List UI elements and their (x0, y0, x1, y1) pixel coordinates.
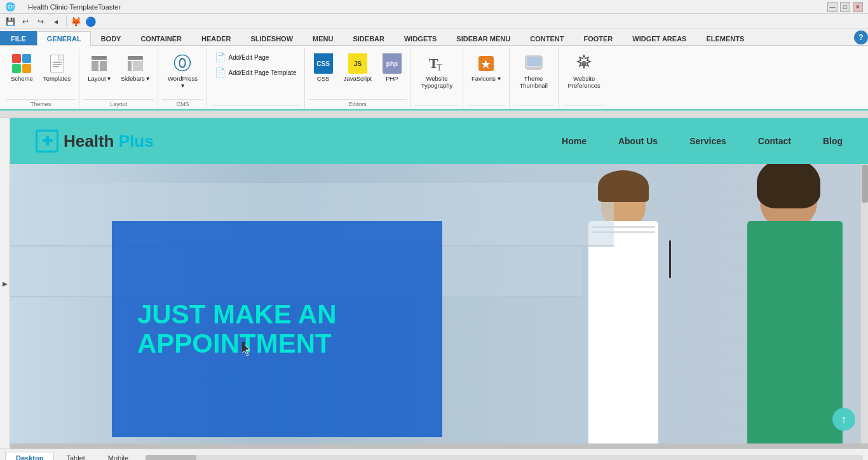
svg-text:★: ★ (481, 59, 491, 70)
sidebars-label: Sidebars ▾ (121, 75, 149, 82)
wordpress-label: WordPress ▾ (166, 75, 198, 90)
tab-mobile[interactable]: Mobile (97, 452, 139, 460)
nav-home[interactable]: Home (562, 136, 587, 146)
maximize-btn[interactable]: □ (840, 2, 850, 12)
hero-line2: APPOINTMENT (137, 328, 332, 358)
scrollbar-thumb[interactable] (862, 165, 868, 203)
scheme-button[interactable]: Scheme (6, 51, 37, 85)
tab-desktop[interactable]: Desktop (5, 452, 54, 461)
website-typography-button[interactable]: T T Website Typography (415, 51, 459, 92)
favicons-label: Favicons ▾ (471, 75, 501, 82)
app-title: Health Clinic-TemplateToaster (28, 3, 121, 11)
css-button[interactable]: CSS CSS (309, 51, 338, 85)
pages-items: 📄 Add/Edit Page 📄 Add/Edit Page Template (211, 48, 300, 104)
tab-footer[interactable]: FOOTER (574, 31, 622, 45)
favicons-button[interactable]: ★ Favicons ▾ (467, 51, 505, 85)
layout-items: Layout ▾ Sidebars ▾ (83, 48, 154, 98)
scroll-top-btn[interactable]: ↑ (832, 408, 855, 431)
tab-menu[interactable]: MENU (303, 31, 342, 45)
minimize-btn[interactable]: — (827, 2, 837, 12)
ribbon-group-themes: Scheme (4, 48, 79, 109)
nav-links: Home About Us Services Contact Blog (562, 136, 843, 146)
left-panel-toggle[interactable]: ▶ (0, 118, 10, 449)
preview-scrollbar[interactable] (860, 164, 868, 443)
back-btn[interactable]: ◂ (50, 15, 62, 28)
browser-icon[interactable]: 🦊 (71, 17, 81, 27)
redo-btn[interactable]: ↪ (34, 15, 47, 28)
doctor-hair (598, 170, 649, 202)
addedit-template-button[interactable]: 📄 Add/Edit Page Template (211, 66, 300, 79)
save-btn[interactable]: 💾 (4, 15, 17, 28)
tab-elements[interactable]: ELEMENTS (696, 31, 754, 45)
addedit-template-icon: 📄 (215, 67, 226, 78)
typography-label: Website Typography (419, 75, 454, 90)
tab-widget-areas[interactable]: WIDGET AREAS (623, 31, 696, 45)
tab-content[interactable]: CONTENT (520, 31, 573, 45)
svg-rect-1 (92, 61, 98, 71)
tab-slideshow[interactable]: SLIDESHOW (241, 31, 302, 45)
addedit-page-button[interactable]: 📄 Add/Edit Page (211, 51, 273, 64)
tab-container[interactable]: CONTAINER (131, 31, 191, 45)
tab-sidebar-menu[interactable]: SIDEBAR MENU (447, 31, 520, 45)
tab-body[interactable]: BODY (92, 31, 131, 45)
svg-rect-11 (527, 57, 541, 66)
logo-plus: Plus (114, 132, 153, 151)
svg-rect-5 (133, 61, 143, 71)
tab-header[interactable]: HEADER (192, 31, 240, 45)
theme-thumbnail-button[interactable]: Theme Thumbnail (513, 51, 554, 92)
undo-btn[interactable]: ↩ (19, 15, 32, 28)
tab-general[interactable]: GENERAL (37, 31, 91, 46)
patient-hair (757, 164, 820, 208)
top-scroll-bar (0, 111, 868, 118)
ribbon-group-favicons: ★ Favicons ▾ (465, 48, 510, 109)
layout-button[interactable]: Layout ▾ (83, 51, 115, 85)
addedit-template-label: Add/Edit Page Template (228, 69, 296, 76)
scheme-label: Scheme (11, 75, 33, 82)
close-btn[interactable]: ✕ (853, 2, 863, 12)
thumbnail-icon (524, 53, 544, 74)
layout-label: Layout ▾ (88, 75, 111, 82)
ribbon: FILE GENERAL BODY CONTAINER HEADER SLIDE… (0, 29, 868, 111)
favicons-icon: ★ (476, 53, 496, 74)
svg-rect-12 (527, 67, 541, 70)
bottom-scroll-thumb[interactable] (146, 455, 196, 461)
ribbon-group-cms: ⓪ WordPress ▾ CMS (159, 48, 207, 109)
templates-label: Templates (43, 75, 71, 82)
addedit-page-label: Add/Edit Page (228, 54, 269, 61)
help-btn[interactable]: ? (854, 30, 868, 44)
stethoscope (669, 240, 671, 278)
top-scroll-track[interactable] (0, 111, 868, 118)
wordpress-button[interactable]: ⓪ WordPress ▾ (162, 51, 203, 92)
preferences-label: Website Preferences (567, 75, 602, 90)
site-logo: ✚ Health Plus (36, 130, 154, 152)
nav-services[interactable]: Services (689, 136, 726, 146)
ribbon-group-editors: CSS CSS JS JavaScript php PHP (306, 48, 411, 109)
nav-blog[interactable]: Blog (823, 136, 843, 146)
nav-about[interactable]: About Us (618, 136, 658, 146)
tab-sidebar[interactable]: SIDEBAR (343, 31, 394, 45)
title-bar: 🌐 Health Clinic-TemplateToaster — □ ✕ (0, 0, 868, 14)
editors-items: CSS CSS JS JavaScript php PHP (309, 48, 407, 98)
cms-items: ⓪ WordPress ▾ (162, 48, 203, 98)
javascript-icon: JS (348, 53, 368, 74)
php-button[interactable]: php PHP (377, 51, 407, 85)
tab-widgets[interactable]: WIDGETS (395, 31, 446, 45)
wp-icon[interactable]: 🔵 (85, 17, 96, 27)
themes-group-label: Themes (6, 99, 75, 109)
templates-button[interactable]: Templates (39, 51, 75, 85)
bottom-scroll-track[interactable] (146, 455, 863, 461)
logo-icon: ✚ (36, 130, 58, 152)
svg-rect-3 (128, 56, 143, 60)
hero-overlay: JUST MAKE AN APPOINTMENT (112, 221, 442, 437)
ribbon-group-preferences: Website Preferences (560, 48, 610, 109)
tab-tablet[interactable]: Tablet (55, 452, 95, 460)
tab-file[interactable]: FILE (0, 31, 37, 45)
sidebars-button[interactable]: Sidebars ▾ (116, 51, 154, 85)
bottom-bar: Desktop Tablet Mobile (0, 449, 868, 460)
ribbon-group-layout: Layout ▾ Sidebars ▾ Layout (81, 48, 158, 109)
nav-contact[interactable]: Contact (758, 136, 791, 146)
window-controls: — □ ✕ (827, 2, 863, 12)
website-preferences-button[interactable]: Website Preferences (562, 51, 606, 92)
editors-group-label: Editors (309, 99, 407, 109)
javascript-button[interactable]: JS JavaScript (339, 51, 376, 85)
